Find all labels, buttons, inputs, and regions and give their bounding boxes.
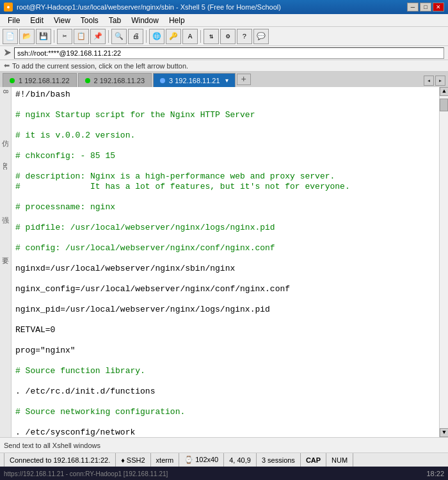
toolbar-save[interactable]: 💾 [36, 29, 51, 44]
send-bar-label: Send text to all Xshell windows [4, 442, 100, 449]
address-input[interactable] [14, 47, 444, 59]
toolbar-sep4 [200, 30, 201, 43]
toolbar-font[interactable]: A [182, 29, 198, 44]
toolbar-sep2 [108, 30, 109, 43]
tab-3-label: 3 192.168.11.21 [169, 77, 220, 84]
terminal-content[interactable]: #!/bin/bash # nginx Startup script for t… [12, 87, 439, 437]
toolbar-copy[interactable]: 📋 [74, 29, 89, 44]
tab-1-dot [10, 78, 15, 83]
toolbar-connect[interactable]: 🌐 [149, 29, 164, 44]
hint-arrow-icon: ⬅ [4, 61, 10, 70]
toolbar-open[interactable]: 📂 [19, 29, 35, 44]
sidebar-char-8: 8 [2, 90, 10, 93]
tabs-bar: 1 192.168.11.22 2 192.168.11.23 3 192.16… [0, 72, 448, 87]
tab-next-button[interactable]: ▸ [435, 76, 445, 86]
address-bar: ⮞ [0, 46, 448, 60]
terminal-line [15, 120, 435, 131]
terminal-line [15, 100, 435, 110]
menu-edit[interactable]: Edit [25, 15, 49, 26]
terminal-line: . /etc/rc.d/init.d/functions [15, 387, 435, 397]
terminal-line: nginx_config=/usr/local/webserver/nginx/… [15, 284, 435, 294]
tab-1[interactable]: 1 192.168.11.22 [3, 73, 77, 87]
status-cap: CAP [301, 453, 326, 467]
terminal-line: # chkconfig: - 85 15 [15, 151, 435, 161]
title-text: root@RY-Hadoop1:/usr/local/webserver/ngi… [17, 3, 281, 11]
menu-file[interactable]: File [3, 15, 25, 26]
terminal-line: # Source function library. [15, 366, 435, 376]
status-pos: 4, 40,9 [224, 453, 257, 467]
terminal-line [15, 315, 435, 325]
scroll-down-button[interactable]: ▼ [440, 428, 448, 437]
status-bar: Connected to 192.168.11.21:22. ♦ SSH2 xt… [0, 452, 448, 467]
minimize-button[interactable]: ─ [407, 3, 419, 12]
toolbar-extra1[interactable]: ⚙ [220, 29, 236, 44]
terminal-line: # nginx Startup script for the Nginx HTT… [15, 110, 435, 120]
terminal-line [15, 192, 435, 202]
status-term: xterm [151, 453, 180, 467]
tab-3[interactable]: 3 192.168.11.21 ▾ [153, 73, 236, 87]
terminal-line: # it is v.0.0.2 version. [15, 131, 435, 141]
toolbar-sftp[interactable]: ⇅ [204, 29, 219, 44]
menu-view[interactable]: View [49, 15, 76, 26]
terminal-container: 8 仿 ac 强 要 #!/bin/bash # nginx Startup s… [0, 87, 448, 437]
app-icon: ● [4, 3, 13, 12]
toolbar: 📄 📂 💾 ✂ 📋 📌 🔍 🖨 🌐 🔑 A ⇅ ⚙ ? 💬 [0, 27, 448, 46]
status-size: ⌚ 102x40 [179, 453, 224, 467]
tab-2-label: 2 192.168.11.23 [94, 77, 145, 84]
taskbar-info: https://192.168.11.21 - conn:RY-Hadoop1 … [4, 470, 168, 477]
terminal-line [15, 141, 435, 151]
scroll-up-button[interactable]: ▲ [440, 87, 448, 96]
maximize-button[interactable]: □ [420, 3, 431, 12]
hint-text: To add the current session, click on the… [12, 62, 188, 70]
status-ssh: ♦ SSH2 [116, 453, 150, 467]
toolbar-sep1 [54, 30, 54, 43]
tab-nav: ◂ ▸ [424, 76, 445, 86]
terminal-line [15, 397, 435, 407]
sidebar-char-a: ac [2, 163, 10, 170]
taskbar-time: 18:22 [426, 470, 444, 477]
toolbar-extra2[interactable]: ? [237, 29, 252, 44]
terminal-line [15, 376, 435, 387]
add-tab-button[interactable]: + [237, 74, 251, 85]
terminal-line: . /etc/sysconfig/network [15, 428, 435, 437]
toolbar-find[interactable]: 🔍 [111, 29, 127, 44]
close-button[interactable]: ✕ [433, 3, 444, 12]
menu-help[interactable]: Help [164, 15, 190, 26]
address-icon: ⮞ [4, 49, 12, 58]
hint-bar: ⬅ To add the current session, click on t… [0, 60, 448, 72]
scrollbar-right[interactable]: ▲ ▼ [439, 87, 448, 437]
menu-bar: File Edit View Tools Tab Window Help [0, 14, 448, 27]
terminal-line [15, 335, 435, 346]
terminal-line: # pidfile: /usr/local/webserver/nginx/lo… [15, 223, 435, 233]
terminal-line: # Source networking configuration. [15, 407, 435, 417]
tab-1-label: 1 192.168.11.22 [19, 77, 70, 84]
toolbar-key[interactable]: 🔑 [166, 29, 181, 44]
terminal-line: # description: Nginx is a high-performan… [15, 172, 435, 182]
left-sidebar: 8 仿 ac 强 要 [0, 87, 12, 437]
terminal-line: prog="nginx" [15, 346, 435, 356]
status-sessions: 3 sessions [257, 453, 301, 467]
terminal-line [15, 161, 435, 172]
menu-tools[interactable]: Tools [76, 15, 104, 26]
terminal-line [15, 356, 435, 366]
toolbar-print[interactable]: 🖨 [128, 29, 143, 44]
toolbar-sep3 [146, 30, 147, 43]
terminal-line [15, 294, 435, 305]
toolbar-paste[interactable]: 📌 [90, 29, 106, 44]
tab-2-dot [85, 78, 90, 83]
menu-window[interactable]: Window [126, 15, 164, 26]
toolbar-cut[interactable]: ✂ [57, 29, 72, 44]
tab-2[interactable]: 2 192.168.11.23 [78, 73, 152, 87]
terminal-line: #!/bin/bash [15, 90, 435, 100]
terminal-line: # config: /usr/local/webserver/nginx/con… [15, 243, 435, 253]
terminal-line: nginx_pid=/usr/local/webserver/nginx/log… [15, 305, 435, 315]
terminal-line [15, 274, 435, 284]
menu-tab[interactable]: Tab [104, 15, 126, 26]
terminal-line: RETVAL=0 [15, 325, 435, 335]
terminal-line: # It has a lot of features, but it's not… [15, 182, 435, 192]
terminal-line [15, 212, 435, 223]
scroll-thumb[interactable] [440, 99, 448, 111]
toolbar-extra3[interactable]: 💬 [253, 29, 269, 44]
toolbar-new[interactable]: 📄 [3, 29, 18, 44]
tab-prev-button[interactable]: ◂ [424, 76, 434, 86]
